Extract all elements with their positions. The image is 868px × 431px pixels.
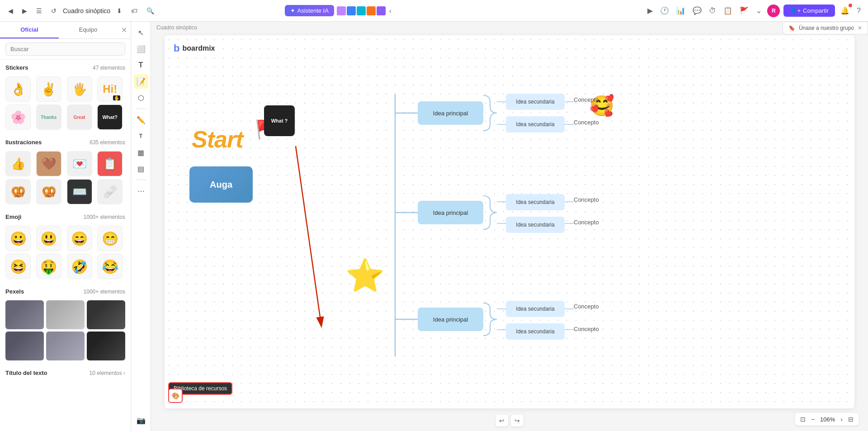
main-idea-1[interactable]: Idea principal — [418, 101, 483, 125]
illus-item[interactable]: 📋 — [97, 151, 123, 176]
main-idea-2[interactable]: Idea principal — [418, 201, 483, 224]
titulo-count[interactable]: 10 elementos › — [90, 370, 125, 376]
tag-button[interactable]: 🏷 — [128, 5, 140, 16]
photo-item[interactable] — [46, 300, 85, 329]
zoom-fit-button[interactable]: ⊡ — [798, 415, 807, 424]
frame-tool-button[interactable]: ⬜ — [134, 42, 148, 56]
download-button[interactable]: ⬇ — [114, 5, 125, 16]
illus-item[interactable]: 🥨 — [36, 179, 61, 204]
more-tool-button[interactable]: ⋯ — [134, 184, 148, 198]
tool-icon-1[interactable] — [337, 6, 346, 15]
secondary-idea-3a[interactable]: Idea secundaria — [506, 301, 565, 317]
more-tools-button[interactable]: ‹ — [387, 5, 394, 16]
panel-close-button[interactable]: ✕ — [118, 22, 131, 38]
tool-icon-4[interactable] — [367, 6, 376, 15]
emoji-item[interactable]: 😁 — [97, 226, 123, 251]
emoji-item[interactable]: 😀 — [5, 226, 31, 251]
search-button[interactable]: 🔍 — [144, 5, 157, 16]
photo-item[interactable] — [46, 332, 85, 360]
sticker-item[interactable]: What? — [97, 104, 123, 130]
note-tool-button[interactable]: 📝 — [134, 74, 148, 89]
cursor-tool-button[interactable]: ↖ — [134, 25, 148, 40]
split-button[interactable]: ⊟ — [846, 415, 855, 424]
group-banner-close[interactable]: ✕ — [858, 25, 862, 31]
emoji-count[interactable]: 1000+ elementos — [84, 214, 125, 220]
pexels-title: Pexels — [5, 288, 24, 295]
chat-button[interactable]: 💬 — [691, 5, 703, 17]
pen-tool-button[interactable]: ✏️ — [134, 113, 148, 127]
help-button[interactable]: ? — [855, 5, 863, 17]
illus-item[interactable]: ⌨️ — [67, 179, 92, 204]
resource-library-button[interactable]: 🎨 — [168, 388, 183, 403]
sticker-item[interactable]: Hi! ✋ — [97, 76, 123, 102]
resource-icon: 🎨 — [172, 392, 179, 399]
insert-button[interactable]: 📋 — [722, 5, 734, 17]
secondary-idea-2b[interactable]: Idea secundaria — [506, 217, 565, 233]
tab-equipo[interactable]: Equipo — [59, 22, 118, 38]
table-tool-button[interactable]: ▦ — [134, 145, 148, 160]
undo-button[interactable]: ↩ — [495, 415, 508, 426]
emoji-item[interactable]: 🤑 — [36, 254, 61, 279]
photo-item[interactable] — [87, 300, 125, 329]
chevron-button[interactable]: ⌄ — [754, 5, 764, 17]
search-input[interactable] — [5, 43, 125, 56]
sticker-item[interactable]: Thanks — [36, 104, 61, 130]
secondary-idea-1a[interactable]: Idea secundaria — [506, 94, 565, 110]
auga-box[interactable]: Auga — [189, 166, 253, 203]
tool-icon-2[interactable] — [347, 6, 356, 15]
flag2-button[interactable]: 🚩 — [738, 5, 750, 17]
illus-item[interactable]: 🤎 — [36, 151, 61, 176]
redo-button[interactable]: ↪ — [511, 415, 524, 426]
secondary-idea-1b[interactable]: Idea secundaria — [506, 116, 565, 133]
tab-oficial[interactable]: Oficial — [0, 22, 59, 38]
text2-tool-button[interactable]: T — [134, 129, 148, 143]
shape-tool-button[interactable]: ⬡ — [134, 90, 148, 105]
emoji-item[interactable]: 😆 — [5, 254, 31, 279]
play-button[interactable]: ▶ — [646, 5, 655, 17]
refresh-button[interactable]: ↺ — [48, 5, 59, 16]
illus-item[interactable]: 👍 — [5, 151, 31, 176]
zoom-out-button[interactable]: − — [809, 415, 816, 424]
emoji-item[interactable]: 😃 — [36, 226, 61, 251]
secondary-idea-3b[interactable]: Idea secundaria — [506, 323, 565, 340]
list-tool-button[interactable]: ▤ — [134, 161, 148, 176]
forward-button[interactable]: ▶ — [19, 5, 30, 16]
toolbar-divider — [136, 109, 146, 109]
tool-icon-5[interactable] — [377, 6, 386, 15]
activity-button[interactable]: 📊 — [675, 5, 687, 17]
photo-item[interactable] — [87, 332, 125, 360]
back-button[interactable]: ◀ — [5, 5, 16, 16]
sticker-item[interactable]: 🖐 — [67, 76, 92, 102]
timer-button[interactable]: ⏱ — [707, 5, 718, 17]
logo-b: b — [174, 43, 179, 54]
emoji-item[interactable]: 😂 — [97, 254, 123, 279]
screenshot-button[interactable]: 📷 — [134, 413, 148, 427]
emoji-item[interactable]: 🤣 — [67, 254, 92, 279]
share-button[interactable]: 👤+ Compartir — [783, 5, 835, 17]
sticker-item[interactable]: 🌸 — [5, 104, 31, 130]
photo-item[interactable] — [5, 300, 44, 329]
illus-item[interactable]: 🩹 — [97, 179, 123, 204]
toolbar-divider-2 — [136, 180, 146, 180]
stickers-section: Stickers 47 elementos — [0, 60, 131, 76]
illus-item[interactable]: 💌 — [67, 151, 92, 176]
menu-button[interactable]: ☰ — [33, 5, 45, 16]
main-idea-3[interactable]: Idea principal — [418, 308, 483, 331]
sticker-item[interactable]: Great — [67, 104, 92, 130]
secondary-idea-2a[interactable]: Idea secundaria — [506, 194, 565, 210]
ilustraciones-section: Ilustraciones 635 elementos — [0, 134, 131, 151]
clock-button[interactable]: 🕐 — [658, 5, 671, 17]
emoji-item[interactable]: 😄 — [67, 226, 92, 251]
ai-assistant-button[interactable]: ✦ Asistente IA — [285, 5, 334, 16]
sticker-item[interactable]: 👌 — [5, 76, 31, 102]
stickers-count[interactable]: 47 elementos — [93, 65, 125, 71]
top-nav: ◀ ▶ ☰ ↺ Cuadro sinóptico ⬇ 🏷 🔍 ✦ Asisten… — [0, 0, 868, 22]
pexels-count[interactable]: 1000+ elementos — [84, 289, 125, 295]
sticker-item[interactable]: ✌️ — [36, 76, 61, 102]
text-tool-button[interactable]: T — [134, 58, 148, 72]
ilustraciones-count[interactable]: 635 elementos — [90, 139, 125, 146]
photo-item[interactable] — [5, 332, 44, 360]
illus-item[interactable]: 🥨 — [5, 179, 31, 204]
zoom-in-button[interactable]: › — [839, 415, 844, 424]
tool-icon-3[interactable] — [357, 6, 366, 15]
